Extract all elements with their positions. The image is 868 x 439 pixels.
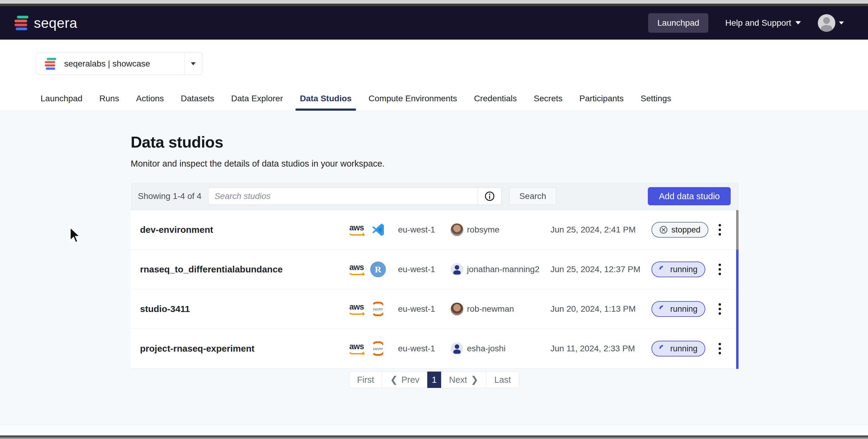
workspace-name: seqeralabs | showcase (64, 59, 150, 69)
tab-credentials[interactable]: Credentials (470, 94, 521, 111)
table-toolbar: Showing 1-4 of 4 Search Add data studio (131, 183, 739, 210)
search-input[interactable] (208, 188, 477, 205)
tab-runs[interactable]: Runs (95, 94, 123, 111)
created-date-label: Jun 25, 2024, 2:41 PM (551, 225, 636, 234)
aws-icon: aws (347, 303, 366, 314)
tab-compute-environments[interactable]: Compute Environments (365, 94, 462, 111)
footer-area (0, 425, 868, 435)
tab-settings[interactable]: Settings (636, 94, 675, 111)
studio-name[interactable]: studio-3411 (140, 304, 190, 314)
window-bottom-edge2 (0, 438, 868, 439)
seqera-logo-icon (14, 16, 28, 30)
pagination-last[interactable]: Last (487, 372, 519, 388)
studio-name[interactable]: project-rnaseq-experiment (140, 343, 254, 354)
status-label: running (670, 344, 698, 353)
pagination-first[interactable]: First (349, 372, 382, 388)
seqera-brand[interactable]: seqera (14, 15, 78, 31)
tab-launchpad[interactable]: Launchpad (36, 94, 87, 111)
username-label: rob-newman (467, 304, 514, 314)
chevron-right-icon: ❯ (471, 375, 478, 384)
rstudio-icon: R (370, 261, 386, 277)
tab-datasets[interactable]: Datasets (177, 94, 219, 111)
user-avatar-icon (818, 14, 835, 32)
data-studios-table: Showing 1-4 of 4 Search Add data studio … (131, 183, 739, 369)
tab-actions[interactable]: Actions (132, 94, 168, 111)
aws-icon: aws (347, 264, 366, 275)
environment-icons: aws R (347, 261, 386, 277)
circle-x-icon (659, 225, 668, 234)
workspace-selector[interactable]: seqeralabs | showcase (36, 53, 202, 75)
environment-icons: aws jupyter (347, 301, 386, 317)
aws-icon: aws (347, 224, 366, 235)
jupyter-icon: jupyter (370, 341, 386, 356)
workspace-logo-icon (45, 58, 56, 69)
row-actions-menu-button[interactable] (717, 302, 723, 317)
table-row[interactable]: dev-environment aws eu-west-1 robsyme Ju (131, 210, 739, 250)
row-actions-menu-button[interactable] (717, 341, 723, 356)
subheader-band: seqeralabs | showcase Launchpad Runs Act… (0, 40, 868, 111)
status-badge: running (651, 341, 705, 356)
status-cell: running (651, 301, 705, 317)
tab-data-explorer[interactable]: Data Explorer (227, 94, 287, 111)
chevron-down-icon (796, 21, 801, 25)
browser-chrome-strip (0, 0, 868, 4)
studio-name[interactable]: rnaseq_to_differentialabundance (140, 264, 283, 275)
table-scrollbar-thumb[interactable] (736, 210, 739, 250)
search-control (208, 187, 501, 205)
status-label: running (670, 305, 698, 314)
top-navbar: seqera Launchpad Help and Support (0, 6, 868, 40)
page-subtitle: Monitor and inspect the details of data … (131, 159, 385, 169)
launchpad-button[interactable]: Launchpad (648, 13, 708, 33)
status-label: running (670, 265, 698, 274)
add-data-studio-button[interactable]: Add data studio (648, 187, 731, 205)
tab-secrets[interactable]: Secrets (530, 94, 567, 111)
created-date-label: Jun 11, 2024, 2:33 PM (551, 344, 635, 353)
studio-name[interactable]: dev-environment (140, 225, 213, 235)
workspace-dropdown-toggle[interactable] (185, 62, 202, 65)
window-bottom-edge (0, 435, 868, 438)
jupyter-icon: jupyter (370, 301, 386, 317)
brand-wordmark: seqera (34, 15, 78, 31)
kebab-icon (717, 341, 723, 356)
page-title: Data studios (131, 133, 223, 151)
search-button[interactable]: Search (509, 187, 556, 205)
vscode-icon (370, 222, 386, 238)
region-label: eu-west-1 (398, 304, 435, 314)
created-date-label: Jun 20, 2024, 1:13 PM (551, 304, 636, 314)
table-row[interactable]: project-rnaseq-experiment aws jupyter eu… (131, 329, 739, 369)
info-circle-icon (485, 191, 495, 201)
tab-participants[interactable]: Participants (575, 94, 628, 111)
user-avatar (451, 263, 463, 276)
window-edge-strip (0, 4, 868, 6)
chevron-down-icon (191, 62, 196, 65)
user-cell: rob-newman (451, 303, 514, 315)
row-actions-menu-button[interactable] (717, 262, 723, 277)
region-label: eu-west-1 (398, 264, 435, 274)
region-label: eu-west-1 (398, 225, 435, 234)
tab-data-studios[interactable]: Data Studios (296, 94, 356, 111)
user-avatar (451, 303, 463, 315)
row-actions-menu-button[interactable] (717, 222, 723, 237)
workspace-tabs: Launchpad Runs Actions Datasets Data Exp… (36, 94, 675, 111)
username-label: jonathan-manning2 (467, 264, 539, 274)
mouse-cursor (68, 226, 81, 244)
table-row[interactable]: rnaseq_to_differentialabundance aws R eu… (131, 250, 739, 289)
user-cell: esha-joshi (451, 342, 506, 355)
username-label: esha-joshi (467, 344, 506, 353)
table-row[interactable]: studio-3411 aws jupyter eu-west-1 rob-ne… (131, 289, 739, 329)
pagination-prev[interactable]: ❮ Prev (382, 372, 427, 388)
user-menu[interactable] (818, 14, 844, 32)
pagination-current-page[interactable]: 1 (427, 372, 441, 388)
status-badge: stopped (651, 222, 708, 238)
aws-icon: aws (347, 343, 366, 354)
username-label: robsyme (467, 225, 499, 234)
table-scrollbar-track[interactable] (736, 250, 739, 369)
status-label: stopped (672, 225, 701, 234)
user-avatar (451, 223, 463, 236)
search-info-button[interactable] (477, 188, 501, 205)
showing-count-label: Showing 1-4 of 4 (138, 191, 202, 201)
help-and-support-menu[interactable]: Help and Support (725, 18, 801, 28)
table-rows: dev-environment aws eu-west-1 robsyme Ju (131, 210, 739, 369)
chevron-left-icon: ❮ (390, 375, 398, 384)
pagination-next[interactable]: Next ❯ (441, 372, 486, 388)
